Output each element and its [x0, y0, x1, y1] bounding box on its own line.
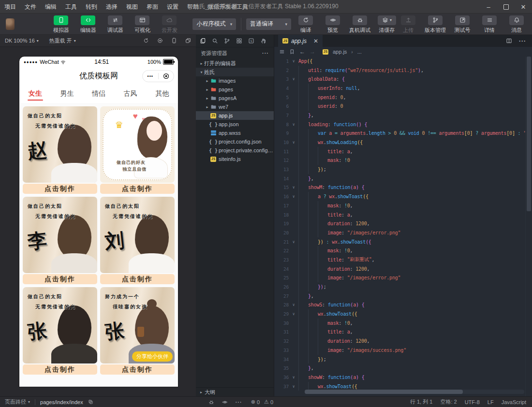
file-item-app.js[interactable]: JSapp.js: [196, 111, 274, 120]
file-item-images[interactable]: ▸images: [196, 76, 274, 85]
file-item-app.wxss[interactable]: app.wxss: [196, 129, 274, 137]
make-button[interactable]: 点击制作: [100, 274, 175, 284]
tree-arrow-icon[interactable]: ▸: [199, 61, 204, 66]
tree-arrow-icon[interactable]: ▸: [205, 105, 210, 109]
toolbar-button-code[interactable]: 编辑器: [77, 15, 99, 34]
source-control-icon[interactable]: [224, 38, 230, 44]
fold-icon[interactable]: ∨: [289, 375, 298, 379]
toolbar-button-layout[interactable]: 可视化: [132, 15, 153, 34]
template-card-1[interactable]: 做自己的太阳无需凭借谁的光赵点击制作: [23, 106, 97, 194]
maximize-button[interactable]: [497, 0, 515, 14]
search-icon[interactable]: [212, 38, 218, 44]
menu-工具[interactable]: 工具: [61, 0, 81, 14]
bookmark-icon[interactable]: [289, 49, 295, 55]
mode-select[interactable]: 小程序模式 ▾: [192, 18, 236, 30]
menu-设置[interactable]: 设置: [163, 0, 183, 14]
indent-setting[interactable]: 空格: 2: [440, 398, 457, 406]
capsule-home-button[interactable]: [159, 73, 174, 80]
file-item-app.json[interactable]: { }app.json: [196, 120, 274, 129]
hot-reload-toggle[interactable]: 热重载 开 ▾: [49, 37, 76, 44]
menu-转到[interactable]: 转到: [81, 0, 102, 14]
toolbar-button-phone[interactable]: 模拟器: [50, 15, 72, 34]
cursor-position[interactable]: 行 1, 列 1: [410, 398, 432, 406]
toolbar-button-branch[interactable]: 版本管理: [425, 15, 446, 34]
record-icon[interactable]: [157, 38, 163, 44]
split-editor-icon[interactable]: [506, 38, 512, 44]
extensions-icon[interactable]: [236, 38, 242, 44]
close-icon[interactable]: ✕: [313, 38, 318, 44]
nav-forward-icon[interactable]: →: [310, 48, 315, 55]
breadcrumb-file[interactable]: app.js: [333, 49, 347, 55]
template-image[interactable]: 做自己的太阳无需凭借谁的光刘: [100, 197, 175, 273]
toolbar-button-bell[interactable]: 消息: [506, 15, 527, 34]
template-card-6[interactable]: 努力成为一个很哇塞的女孩张分享给小伙伴点击制作: [100, 287, 175, 375]
problem-counts[interactable]: ⊗ 0 ⚠ 0: [251, 399, 273, 405]
capsule-button[interactable]: •••: [142, 70, 174, 82]
restart-icon[interactable]: [143, 38, 149, 44]
category-tab-情侣[interactable]: 情侣: [83, 85, 115, 103]
make-button[interactable]: 点击制作: [23, 184, 97, 194]
fold-icon[interactable]: ∨: [289, 77, 298, 81]
user-avatar[interactable]: [6, 18, 15, 30]
npm-icon[interactable]: S: [248, 38, 254, 44]
menu-文件[interactable]: 文件: [20, 0, 41, 14]
template-card-3[interactable]: 做自己的太阳无需凭借谁的光李点击制作: [23, 197, 97, 284]
fold-icon[interactable]: ∨: [289, 194, 298, 199]
menu-视图[interactable]: 视图: [122, 0, 142, 14]
template-card-2[interactable]: ♛♥♥做自己的好友独立且自信点击制作: [100, 106, 175, 194]
fold-icon[interactable]: ∨: [289, 303, 298, 307]
detach-window-icon[interactable]: [185, 38, 191, 44]
make-button[interactable]: 点击制作: [100, 184, 175, 194]
toolbar-button-layers[interactable]: ▾清缓存: [376, 15, 398, 34]
make-button[interactable]: 点击制作: [100, 364, 175, 375]
nav-back-icon[interactable]: ←: [299, 48, 305, 55]
vertical-scrollbar[interactable]: [525, 57, 532, 396]
compile-mode-select[interactable]: 普通编译 ▾: [246, 18, 291, 30]
fold-icon[interactable]: ∨: [289, 122, 298, 127]
menu-选择[interactable]: 选择: [102, 0, 122, 14]
capsule-more-icon[interactable]: •••: [143, 74, 158, 79]
toolbar-button-swap[interactable]: 调试器: [104, 15, 126, 34]
toolbar-button-bug[interactable]: 真机调试: [349, 15, 370, 34]
tree-arrow-icon[interactable]: ▸: [205, 87, 210, 92]
breadcrumb-more[interactable]: ...: [357, 49, 362, 55]
device-frame-icon[interactable]: [171, 38, 177, 44]
template-image[interactable]: 做自己的太阳无需凭借谁的光赵: [23, 106, 97, 183]
tree-arrow-icon[interactable]: ▾: [199, 70, 204, 74]
minimize-button[interactable]: –: [480, 0, 497, 14]
toolbar-button-external[interactable]: 测试号: [452, 15, 473, 34]
outline-section[interactable]: ▸ 大纲: [196, 387, 274, 396]
more-actions-icon[interactable]: ···: [262, 50, 269, 56]
fold-icon[interactable]: ∨: [289, 59, 298, 63]
tree-arrow-icon[interactable]: ▸: [205, 79, 210, 83]
encoding-setting[interactable]: UTF-8: [465, 399, 480, 405]
code-editor[interactable]: 1∨App({2util: require("we7/resource/js/u…: [274, 57, 532, 396]
toolbar-button-list[interactable]: 详情: [479, 15, 500, 34]
file-item-打开的编辑器[interactable]: ▸打开的编辑器: [196, 59, 274, 68]
template-card-5[interactable]: 做自己的太阳无需凭借谁的光张点击制作: [23, 287, 97, 375]
category-tab-女生[interactable]: 女生: [19, 85, 51, 103]
category-tab-男生[interactable]: 男生: [51, 85, 83, 103]
fold-icon[interactable]: ∨: [289, 140, 298, 145]
file-item-姓氏[interactable]: ▾姓氏: [196, 68, 274, 76]
category-tab-其他[interactable]: 其他: [146, 85, 178, 103]
menu-项目[interactable]: 项目: [0, 0, 20, 14]
debug-icon[interactable]: [208, 399, 214, 405]
outline-list-icon[interactable]: [279, 49, 285, 55]
fold-icon[interactable]: ∨: [289, 312, 298, 316]
more-actions-icon[interactable]: ···: [236, 399, 242, 405]
template-image[interactable]: 努力成为一个很哇塞的女孩张分享给小伙伴: [100, 287, 175, 363]
assistant-icon[interactable]: [260, 38, 266, 44]
file-item-project.private.config.js...[interactable]: { }project.private.config.js...: [196, 146, 274, 155]
fold-icon[interactable]: ∨: [289, 384, 298, 389]
template-card-4[interactable]: 做自己的太阳无需凭借谁的光刘点击制作: [100, 197, 175, 284]
menu-界面[interactable]: 界面: [142, 0, 163, 14]
close-button[interactable]: ✕: [515, 0, 532, 14]
share-badge[interactable]: 分享给小伙伴: [132, 351, 173, 362]
make-button[interactable]: 点击制作: [23, 364, 97, 375]
copy-path-button[interactable]: [88, 399, 93, 405]
menu-编辑[interactable]: 编辑: [41, 0, 61, 14]
page-path-select[interactable]: 页面路径 ▾: [5, 398, 30, 406]
files-icon[interactable]: [200, 38, 206, 44]
eol-setting[interactable]: LF: [488, 399, 494, 405]
